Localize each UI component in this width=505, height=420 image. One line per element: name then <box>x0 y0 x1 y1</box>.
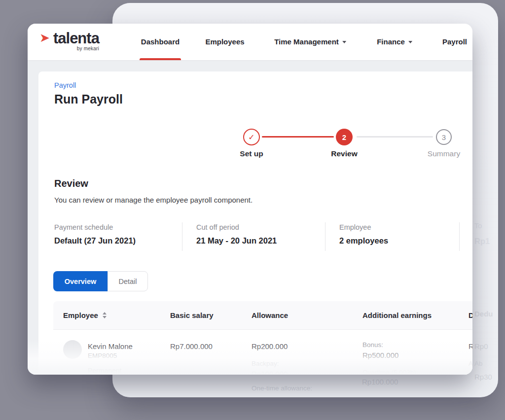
bonus-value: Rp500.000 <box>362 351 398 359</box>
ghost-deduction-value: Rp0 <box>474 342 488 350</box>
ghost-absence-value: Rp30 <box>474 373 492 381</box>
ghost-deduction-header: Dedu <box>474 310 493 318</box>
app-window: ➤ talenta by mekari Dashboard Employees … <box>28 24 472 375</box>
ghost-total-value: Rp1 <box>474 237 490 246</box>
employee-name: Kevin Malone <box>88 342 133 350</box>
cutoff-period-label: Cut off period <box>196 223 239 231</box>
step-review-label: Review <box>310 149 379 158</box>
step-review-circle[interactable]: 2 <box>336 129 353 145</box>
ghost-one-time-allowance: One-time allowance: <box>252 385 312 392</box>
step-setup-circle[interactable]: ✓ <box>243 129 260 145</box>
cutoff-period-value: 21 May - 20 Jun 2021 <box>196 236 277 245</box>
table-header-row: Employee Basic salary Allowance Addition… <box>53 301 472 330</box>
employment-type: Permanent <box>88 367 121 375</box>
step-summary-label: Summary <box>409 149 472 158</box>
bonus-label: Bonus: <box>362 341 383 349</box>
employee-id: EMP8005 <box>88 352 117 359</box>
column-header-employee[interactable]: Employee <box>63 311 107 319</box>
nav-item-dashboard[interactable]: Dashboard <box>141 37 180 46</box>
payroll-table: Employee Basic salary Allowance Addition… <box>53 301 472 375</box>
stepper-line-done <box>262 136 334 138</box>
column-header-basic-salary: Basic salary <box>170 311 214 319</box>
deduction-value: Rp <box>469 342 472 350</box>
step-setup-label: Set up <box>217 149 286 158</box>
backpay-value: Rp100.000 <box>252 370 288 375</box>
talenta-logo[interactable]: ➤ talenta by mekari <box>39 31 99 51</box>
ghost-overtime-value: Rp100.000 <box>362 378 398 386</box>
tab-overview[interactable]: Overview <box>53 271 108 291</box>
employee-count-label: Employee <box>339 223 371 231</box>
check-icon: ✓ <box>248 133 254 142</box>
active-nav-underline <box>140 58 181 60</box>
allowance-value: Rp200.000 <box>252 342 288 350</box>
payment-schedule-label: Payment schedule <box>54 223 113 231</box>
breadcrumb[interactable]: Payroll <box>54 81 76 89</box>
page-title: Run Payroll <box>54 92 123 106</box>
section-heading: Review <box>54 178 88 189</box>
nav-item-employees[interactable]: Employees <box>205 37 244 46</box>
logo-byline: by mekari <box>77 46 99 51</box>
sort-icon <box>103 312 107 318</box>
step-summary-circle[interactable]: 3 <box>436 129 452 145</box>
content-panel: Payroll Run Payroll ✓ 2 3 Set up Review … <box>38 71 472 375</box>
talenta-arrow-icon: ➤ <box>39 31 50 44</box>
nav-item-payroll[interactable]: Payroll <box>442 37 467 46</box>
avatar <box>63 340 82 359</box>
divider <box>182 222 182 251</box>
payment-schedule-value: Default (27 Jun 2021) <box>54 236 136 245</box>
column-header-additional-earnings: Additional earnings <box>362 311 432 319</box>
nav-item-time-management[interactable]: Time Management <box>274 37 346 46</box>
stepper-line-upcoming <box>357 136 433 138</box>
column-header-deduction: Deduction <box>469 311 472 319</box>
ghost-total-label: To <box>474 222 482 230</box>
overtime-label: Overtime (5.003h): <box>362 369 418 375</box>
chevron-down-icon <box>342 41 346 43</box>
backpay-label: Backpay: <box>252 360 279 367</box>
table-row[interactable]: Kevin Malone EMP8005 Permanent Rp7.000.0… <box>53 330 472 375</box>
divider <box>459 222 460 251</box>
column-header-allowance: Allowance <box>252 311 288 319</box>
chevron-down-icon <box>408 41 412 43</box>
tab-detail[interactable]: Detail <box>108 271 148 291</box>
section-description: You can review or manage the employee pa… <box>54 196 252 204</box>
divider <box>325 222 325 251</box>
top-navigation: ➤ talenta by mekari Dashboard Employees … <box>28 24 472 60</box>
deduction-label: Ab <box>469 360 472 367</box>
basic-salary-value: Rp7.000.000 <box>170 342 213 350</box>
employee-count-value: 2 employees <box>339 236 388 245</box>
ghost-absence-label: Ab <box>474 360 483 367</box>
logo-text: talenta <box>53 31 99 46</box>
nav-item-finance[interactable]: Finance <box>377 37 412 46</box>
